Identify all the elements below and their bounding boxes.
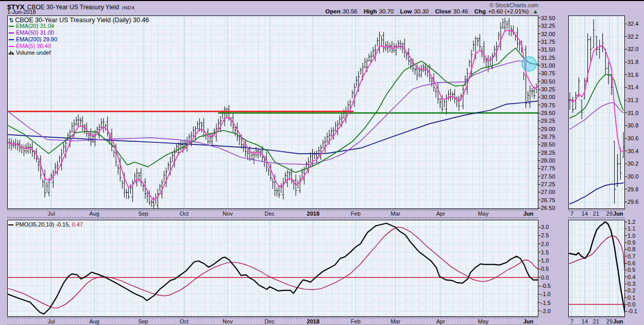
low-value: 30.30: [414, 8, 429, 14]
legend-swatch-icon: [9, 32, 14, 34]
y-axis-tick: [538, 65, 540, 66]
y-axis-tick: [538, 286, 540, 286]
x-axis-label-feb: Feb: [351, 318, 361, 324]
y-axis-label: 27.25: [541, 181, 555, 187]
y-axis-tick: [538, 105, 540, 105]
y-axis-label: 0.5: [628, 267, 635, 273]
y-axis-tick: [625, 125, 627, 126]
x-axis-label-may: May: [478, 210, 488, 217]
y-axis-tick: [538, 128, 540, 129]
x-axis-label-oct: Oct: [180, 318, 189, 324]
x-axis-label-feb: Feb: [351, 210, 361, 217]
ohlc-quote-row: Open30.56 High30.70 Low30.30 Close30.46 …: [326, 8, 538, 14]
open-label: Open: [326, 8, 341, 14]
pmo-legend: PMO(35,20,10) -0.15, 0.47: [8, 221, 83, 228]
x-axis-label-may: May: [478, 318, 488, 324]
legend-swatch-icon: [9, 26, 14, 27]
y-axis-label: 0.6: [628, 260, 635, 266]
x-axis-label-jun: Jun: [613, 318, 623, 324]
y-axis-label: 30.6: [628, 135, 638, 141]
y-axis-tick: [625, 222, 627, 222]
x-axis-label-2018: 2018: [307, 210, 319, 217]
close-value: 30.46: [453, 8, 468, 14]
y-axis-tick: [625, 164, 627, 164]
y-axis-tick: [538, 152, 540, 153]
y-axis-tick: [625, 277, 627, 277]
x-axis-label-nov: Nov: [223, 318, 233, 324]
y-axis-label: 29.75: [541, 102, 555, 108]
legend-item-ema(50): EMA(50) 31.00: [9, 29, 54, 36]
y-axis-tick: [625, 189, 627, 189]
main-price-chart: [7, 15, 538, 209]
y-axis-label: 0.7: [628, 253, 635, 259]
y-axis-label: 31.25: [541, 55, 555, 61]
y-axis-tick: [625, 263, 627, 264]
y-axis-label: -1.5: [541, 300, 551, 306]
legend-item-volume: Volume undef: [9, 50, 50, 56]
y-axis-tick: [625, 62, 627, 62]
chg-value: +0.60 (+2.01%): [488, 8, 529, 14]
y-axis-label: 0.5: [541, 266, 549, 272]
y-axis-tick: [538, 311, 540, 311]
y-axis-label: 29.6: [628, 199, 638, 205]
y-axis-label: 0.0: [628, 301, 635, 307]
y-axis-tick: [538, 192, 540, 192]
y-axis-tick: [538, 243, 540, 244]
legend-swatch-icon: [9, 46, 14, 47]
y-axis-label: 30.8: [628, 122, 638, 128]
y-axis-label: 2.5: [541, 232, 549, 238]
header-row-1: $TYXCBOE 30-Year US Treasury YieldINDX: [7, 2, 135, 9]
legend-swatch-icon: [9, 39, 14, 40]
y-axis-label: 31.2: [628, 97, 638, 103]
y-axis-label: 28.75: [541, 134, 555, 140]
y-axis-tick: [625, 284, 627, 284]
y-axis-tick: [538, 302, 540, 303]
y-axis-label: 26.75: [541, 197, 555, 203]
x-axis-label-21: 21: [593, 210, 599, 217]
y-axis-tick: [538, 34, 540, 34]
y-axis-tick: [538, 252, 540, 252]
instrument-name: CBOE 30-Year US Treasury Yield: [27, 4, 119, 11]
zoom-pmo-indicator-chart: [568, 220, 625, 317]
y-axis-tick: [538, 235, 540, 236]
y-axis-tick: [625, 235, 627, 236]
legend-item-ema(5): EMA(5) 30.40: [9, 43, 51, 49]
y-axis-tick: [625, 290, 627, 291]
y-axis-tick: [538, 160, 540, 161]
y-axis-tick: [538, 277, 540, 278]
open-value: 30.56: [343, 8, 358, 14]
y-axis-label: 31.75: [541, 39, 555, 45]
chg-label: Chg: [474, 8, 486, 14]
tick-row: [568, 217, 625, 218]
y-axis-label: 30.4: [628, 148, 638, 154]
y-axis-tick: [625, 256, 627, 256]
high-value: 30.70: [379, 8, 394, 14]
y-axis-tick: [625, 229, 627, 229]
y-axis-tick: [625, 304, 627, 305]
y-axis-label: 0.8: [628, 246, 635, 252]
x-axis-label-7: 7: [570, 318, 573, 324]
x-axis-label-2018: 2018: [307, 318, 319, 324]
x-axis-label-oct: Oct: [180, 210, 189, 217]
y-axis-label: 3.0: [541, 224, 549, 230]
y-axis-tick: [538, 121, 540, 121]
pmo-indicator-chart: [7, 220, 538, 317]
y-axis-label: 0.9: [628, 239, 635, 246]
y-axis-label: 32.0: [628, 46, 638, 52]
y-axis-label: 0.0: [541, 274, 549, 281]
y-axis-label: 0.3: [628, 281, 635, 287]
y-axis-tick: [538, 269, 540, 269]
y-axis-label: 28.00: [541, 157, 555, 164]
y-axis-label: 28.25: [541, 150, 555, 156]
y-axis-tick: [625, 100, 627, 101]
y-axis-label: 0.4: [628, 274, 635, 280]
y-axis-tick: [538, 50, 540, 50]
y-axis-tick: [538, 89, 540, 90]
y-axis-tick: [625, 112, 627, 113]
legend-item-ema(200): EMA(200) 29.90: [9, 36, 57, 42]
x-axis-label-mar: Mar: [391, 318, 400, 324]
y-axis-tick: [625, 270, 627, 270]
exchange-label: INDX: [122, 5, 135, 10]
y-axis-label: 30.2: [628, 160, 638, 167]
x-axis-label-29: 29: [606, 210, 613, 217]
